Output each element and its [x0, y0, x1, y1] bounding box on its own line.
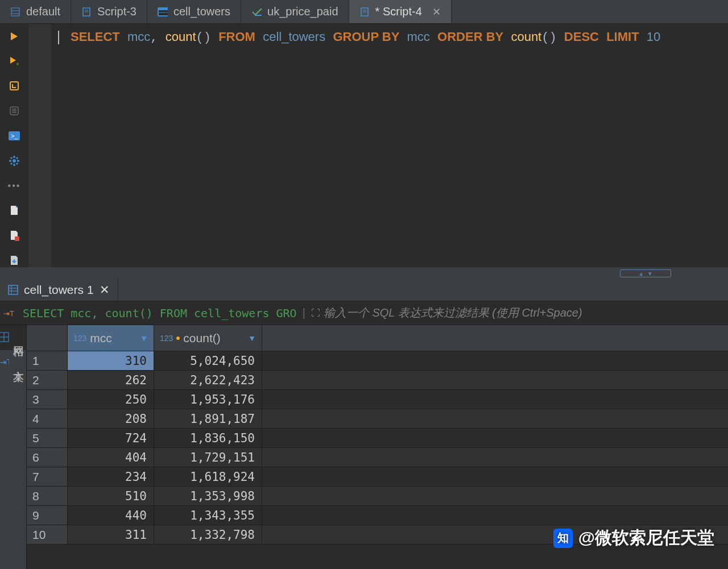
svg-text:⇥T: ⇥T	[3, 309, 14, 318]
run-new-icon[interactable]: +	[7, 55, 21, 68]
cell-mcc[interactable]: 311	[68, 525, 154, 544]
grid-header: 123 mcc ▼ 123 count() ▼	[27, 325, 728, 351]
chevron-down-icon[interactable]: ▼	[248, 334, 256, 343]
view-tab-文本[interactable]: 文本⇥T	[0, 350, 26, 375]
row-number: 7	[27, 467, 68, 486]
explain-icon[interactable]	[7, 80, 21, 93]
cell-mcc[interactable]: 310	[68, 351, 154, 370]
result-tab-bar: cell_towers 1 ✕	[0, 279, 728, 301]
cell-mcc[interactable]: 724	[68, 429, 154, 447]
cell-count[interactable]: 1,353,998	[154, 487, 262, 505]
import-icon[interactable]	[7, 254, 21, 267]
table-row[interactable]: 85101,353,998	[27, 487, 728, 506]
close-icon[interactable]: ✕	[432, 6, 441, 18]
cell-mcc[interactable]: 234	[68, 467, 154, 486]
tab-4[interactable]: * Script-4✕	[349, 0, 452, 23]
table-icon	[8, 285, 18, 295]
row-number-header	[27, 325, 68, 351]
cell-mcc[interactable]: 404	[68, 448, 154, 467]
line-number-gutter	[28, 24, 51, 267]
table-row[interactable]: 42081,891,187	[27, 409, 728, 429]
filter-placeholder[interactable]: 输入一个 SQL 表达式来过滤结果 (使用 Ctrl+Space)	[324, 305, 582, 321]
cell-count[interactable]: 1,729,151	[154, 448, 262, 467]
svg-line-29	[16, 157, 18, 159]
table-row[interactable]: 32501,953,176	[27, 390, 728, 409]
cell-count[interactable]: 1,343,355	[154, 506, 262, 525]
tab-label: uk_price_paid	[267, 5, 338, 18]
cell-count[interactable]: 1,836,150	[154, 429, 262, 447]
row-number: 6	[27, 448, 68, 467]
svg-rect-30	[15, 236, 19, 241]
row-number: 10	[27, 525, 68, 544]
table-row[interactable]: 13105,024,650	[27, 351, 728, 371]
table-row[interactable]: 22622,622,423	[27, 371, 728, 390]
cell-count[interactable]: 1,891,187	[154, 409, 262, 428]
terminal-icon[interactable]: >_	[7, 129, 21, 143]
vtab-icon	[0, 332, 9, 343]
cell-count[interactable]: 1,953,176	[154, 390, 262, 409]
cell-count[interactable]: 1,332,798	[154, 525, 262, 544]
row-number: 3	[27, 390, 68, 409]
watermark: 知 @微软索尼任天堂	[553, 526, 714, 550]
export-icon[interactable]	[7, 204, 21, 218]
export-error-icon[interactable]	[7, 229, 21, 242]
cell-count[interactable]: 1,618,924	[154, 467, 262, 486]
tab-0[interactable]: default	[0, 0, 71, 23]
svg-line-27	[16, 163, 18, 164]
executed-sql-text: SELECT mcc, count() FROM cell_towers GRO	[19, 306, 300, 320]
expand-icon[interactable]: ⛶	[311, 308, 320, 318]
cell-mcc[interactable]: 510	[68, 487, 154, 505]
column-header-mcc[interactable]: 123 mcc ▼	[68, 325, 154, 351]
run-icon[interactable]	[7, 30, 21, 43]
grid-body: 13105,024,65022622,622,42332501,953,1764…	[27, 351, 728, 545]
row-number: 8	[27, 487, 68, 505]
tab-label: * Script-4	[375, 5, 422, 18]
vtab-icon: ⇥T	[0, 357, 9, 368]
settings-icon[interactable]	[7, 154, 21, 168]
panel-splitter[interactable]: ▲ ▼	[0, 268, 728, 279]
column-header-count[interactable]: 123 count() ▼	[154, 325, 262, 351]
tab-1[interactable]: Script-3	[71, 0, 147, 23]
db-icon	[10, 7, 20, 17]
watermark-handle: @微软索尼任天堂	[578, 526, 714, 550]
filter-sql-icon[interactable]: ⇥T	[0, 308, 19, 318]
cell-mcc[interactable]: 208	[68, 409, 154, 428]
result-filter-bar: ⇥T SELECT mcc, count() FROM cell_towers …	[0, 301, 728, 325]
zhihu-logo-icon: 知	[553, 529, 573, 548]
editor-area: + >_ ••• SELECT mcc, count() FROM cell_t…	[0, 24, 728, 268]
sort-indicator-icon	[176, 337, 180, 340]
datatype-icon: 123	[73, 334, 86, 343]
results-panel: cell_towers 1 ✕ ⇥T SELECT mcc, count() F…	[0, 279, 728, 569]
svg-point-21	[13, 159, 16, 163]
result-tab-cell-towers[interactable]: cell_towers 1 ✕	[0, 279, 118, 301]
row-number: 2	[27, 371, 68, 389]
cell-count[interactable]: 5,024,650	[154, 351, 262, 370]
script-icon	[81, 7, 92, 17]
cell-mcc[interactable]: 440	[68, 506, 154, 525]
view-tab-网格[interactable]: 网格	[0, 325, 26, 350]
cell-mcc[interactable]: 250	[68, 390, 154, 409]
close-icon[interactable]: ✕	[100, 283, 110, 297]
svg-line-26	[11, 157, 12, 159]
table-row[interactable]: 72341,618,924	[27, 467, 728, 487]
history-icon[interactable]	[7, 104, 21, 118]
tab-2[interactable]: cell_towers	[147, 0, 241, 23]
editor-tab-bar: default Script-3cell_towersuk_price_paid…	[0, 0, 728, 24]
script-icon	[359, 7, 370, 17]
more-icon[interactable]: •••	[7, 179, 21, 193]
cell-mcc[interactable]: 262	[68, 371, 154, 389]
svg-text:+: +	[16, 61, 19, 67]
table-row[interactable]: 57241,836,150	[27, 429, 728, 448]
table-row[interactable]: 94401,343,355	[27, 506, 728, 525]
table-row[interactable]: 64041,729,151	[27, 448, 728, 467]
svg-text:>_: >_	[11, 132, 18, 139]
result-tab-label: cell_towers 1	[24, 283, 94, 297]
chevron-down-icon[interactable]: ▼	[140, 334, 148, 343]
splitter-grip-icon[interactable]: ▲ ▼	[620, 269, 671, 277]
datatype-icon: 123	[160, 334, 173, 343]
tab-label: default	[26, 5, 60, 18]
sql-editor[interactable]: SELECT mcc, count() FROM cell_towers GRO…	[51, 24, 728, 267]
tab-3[interactable]: uk_price_paid	[241, 0, 349, 23]
cell-count[interactable]: 2,622,423	[154, 371, 262, 389]
column-name: mcc	[90, 331, 112, 345]
